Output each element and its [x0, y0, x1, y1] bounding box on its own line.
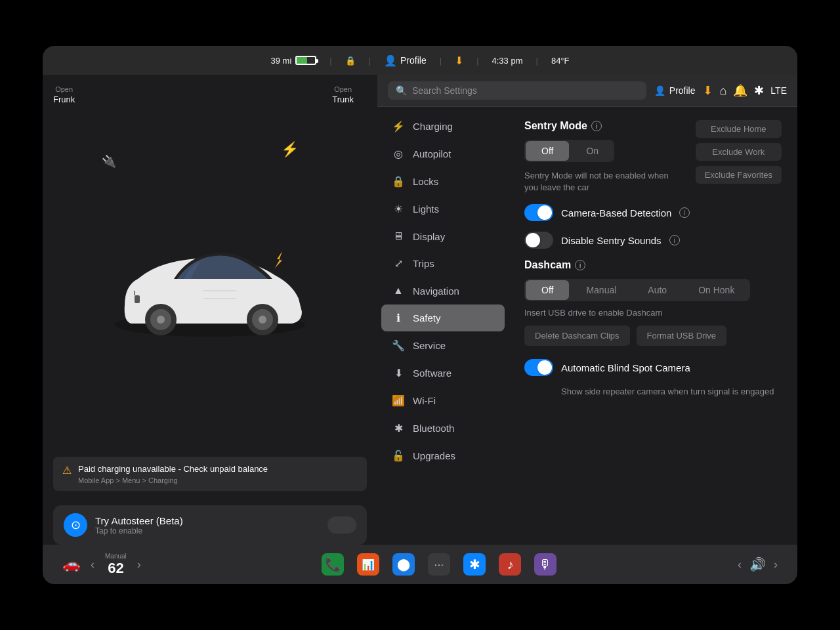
profile-header-label: Profile — [669, 85, 696, 96]
settings-header: 🔍 Search Settings 👤 Profile ⬇ ⌂ 🔔 ✱ LTE — [377, 75, 797, 107]
right-arrow[interactable]: › — [774, 558, 778, 572]
bluetooth-nav-icon: ✱ — [392, 422, 405, 434]
blind-spot-toggle[interactable] — [524, 359, 553, 376]
software-nav-icon: ⬇ — [392, 367, 405, 379]
frunk-button[interactable]: Open Frunk — [53, 85, 75, 104]
nav-label-software: Software — [413, 368, 452, 379]
prev-chevron[interactable]: ‹ — [91, 558, 94, 572]
dashcam-toggle-group: Off Manual Auto On Honk — [524, 279, 750, 301]
camera-app[interactable]: ⬤ — [392, 553, 415, 576]
sentry-on-btn[interactable]: On — [570, 140, 614, 162]
autosteer-title: Try Autosteer (Beta) — [95, 515, 320, 526]
nav-item-locks[interactable]: 🔒 Locks — [381, 168, 505, 195]
nav-label-service: Service — [413, 340, 446, 351]
nav-item-safety[interactable]: ℹ Safety — [381, 304, 505, 331]
volume-icon[interactable]: 🔊 — [749, 556, 766, 572]
nav-label-charging: Charging — [413, 121, 453, 132]
more-app[interactable]: ··· — [428, 553, 450, 576]
camera-detection-toggle[interactable] — [524, 204, 553, 221]
sentry-sounds-info[interactable]: i — [669, 235, 680, 245]
nav-item-service[interactable]: 🔧 Service — [381, 332, 505, 359]
nav-item-upgrades[interactable]: 🔓 Upgrades — [381, 442, 505, 469]
speed-display: Manual 62 — [105, 553, 127, 577]
main-area: Open Frunk Open Trunk — [43, 75, 797, 545]
temperature-display: 84°F — [551, 56, 570, 66]
nav-item-autopilot[interactable]: ◎ Autopilot — [381, 140, 505, 167]
sentry-sounds-toggle[interactable] — [524, 232, 553, 249]
lights-nav-icon: ☀ — [392, 203, 405, 215]
service-nav-icon: 🔧 — [392, 339, 405, 352]
dashcam-off-btn[interactable]: Off — [526, 280, 569, 300]
dashcam-auto-btn[interactable]: Auto — [632, 279, 682, 301]
sentry-note: Sentry Mode will not be enabled when you… — [524, 170, 682, 194]
locks-nav-icon: 🔒 — [392, 175, 405, 188]
nav-item-lights[interactable]: ☀ Lights — [381, 196, 505, 222]
profile-header-icon: 👤 — [654, 85, 665, 96]
profile-icon: 👤 — [384, 54, 397, 67]
nav-item-software[interactable]: ⬇ Software — [381, 360, 505, 387]
car-image-area: ⚡ 🔌 — [43, 115, 377, 457]
delete-dashcam-btn[interactable]: Delete Dashcam Clips — [524, 326, 630, 346]
bluetooth-header-icon[interactable]: ✱ — [754, 83, 764, 98]
svg-point-6 — [259, 316, 266, 324]
nav-label-safety: Safety — [413, 312, 441, 324]
charging-nav-icon: ⚡ — [392, 120, 405, 133]
taskbar-center: 📞 📊 ⬤ ··· ✱ ♪ 🎙 — [322, 553, 556, 576]
sentry-off-btn[interactable]: Off — [526, 141, 569, 161]
left-arrow[interactable]: ‹ — [738, 558, 742, 572]
car-icon[interactable]: 🚗 — [62, 556, 80, 573]
sentry-info-icon[interactable]: i — [591, 121, 602, 131]
camera-detection-row: Camera-Based Detection i — [524, 204, 782, 221]
status-bar: 39 mi | 🔒 | 👤 Profile | ⬇ | 4:33 pm | 84… — [43, 46, 797, 75]
home-icon[interactable]: ⌂ — [719, 84, 726, 98]
nav-label-upgrades: Upgrades — [413, 450, 455, 461]
bell-icon[interactable]: 🔔 — [733, 83, 747, 98]
phone-app[interactable]: 📞 — [322, 553, 344, 576]
exclude-home-btn[interactable]: Exclude Home — [696, 120, 782, 138]
signal-icon[interactable]: LTE — [770, 85, 787, 96]
dashcam-title: Dashcam i — [524, 259, 782, 271]
speed-value: 62 — [108, 560, 123, 577]
right-panel: 🔍 Search Settings 👤 Profile ⬇ ⌂ 🔔 ✱ LTE — [377, 75, 797, 545]
nav-item-bluetooth[interactable]: ✱ Bluetooth — [381, 415, 505, 442]
dashcam-manual-btn[interactable]: Manual — [570, 279, 632, 301]
dashcam-note: Insert USB drive to enable Dashcam — [524, 308, 782, 318]
taskbar: 🚗 ‹ Manual 62 › 📞 📊 ⬤ ··· ✱ ♪ 🎙 ‹ 🔊 › — [43, 545, 797, 584]
autopilot-nav-icon: ◎ — [392, 148, 405, 160]
bluetooth-app[interactable]: ✱ — [463, 553, 486, 576]
dashcam-info-icon[interactable]: i — [575, 260, 585, 270]
exclude-work-btn[interactable]: Exclude Work — [696, 143, 782, 161]
trunk-button[interactable]: Open Trunk — [332, 85, 354, 104]
music-visualizer-app[interactable]: 📊 — [357, 553, 379, 576]
warning-icon: ⚠ — [62, 464, 72, 476]
sentry-section: Sentry Mode i Off On Sentry Mode will no… — [524, 120, 782, 194]
svg-rect-9 — [135, 295, 140, 303]
exclude-favorites-btn[interactable]: Exclude Favorites — [696, 166, 782, 184]
header-icons: ⬇ ⌂ 🔔 ✱ LTE — [703, 83, 787, 98]
podcasts-app[interactable]: 🎙 — [534, 553, 556, 576]
lock-icon: 🔒 — [345, 56, 356, 66]
search-box[interactable]: 🔍 Search Settings — [388, 81, 646, 100]
camera-detection-info[interactable]: i — [679, 207, 690, 218]
warning-banner: ⚠ Paid charging unavailable - Check unpa… — [53, 457, 367, 491]
taskbar-right: ‹ 🔊 › — [738, 556, 778, 572]
autosteer-banner[interactable]: ⊙ Try Autosteer (Beta) Tap to enable — [53, 505, 367, 545]
nav-item-navigation[interactable]: ▲ Navigation — [381, 278, 505, 304]
exclude-buttons: Exclude Home Exclude Work Exclude Favori… — [696, 120, 782, 184]
battery-fill — [297, 57, 306, 64]
nav-item-wifi[interactable]: 📶 Wi-Fi — [381, 387, 505, 414]
nav-item-trips[interactable]: ⤢ Trips — [381, 250, 505, 277]
nav-item-display[interactable]: 🖥 Display — [381, 223, 505, 249]
next-chevron[interactable]: › — [137, 558, 141, 572]
format-usb-btn[interactable]: Format USB Drive — [637, 326, 726, 346]
nav-item-charging[interactable]: ⚡ Charging — [381, 113, 505, 140]
profile-button[interactable]: 👤 Profile — [384, 54, 427, 67]
profile-header-btn[interactable]: 👤 Profile — [654, 85, 696, 96]
download-icon: ⬇ — [455, 54, 463, 67]
autosteer-toggle[interactable] — [327, 516, 356, 534]
download-header-icon[interactable]: ⬇ — [703, 83, 713, 98]
autosteer-icon: ⊙ — [64, 513, 87, 537]
apple-music-app[interactable]: ♪ — [499, 553, 521, 576]
charging-indicator: ⚡ — [281, 141, 299, 158]
dashcam-onhonk-btn[interactable]: On Honk — [682, 279, 750, 301]
